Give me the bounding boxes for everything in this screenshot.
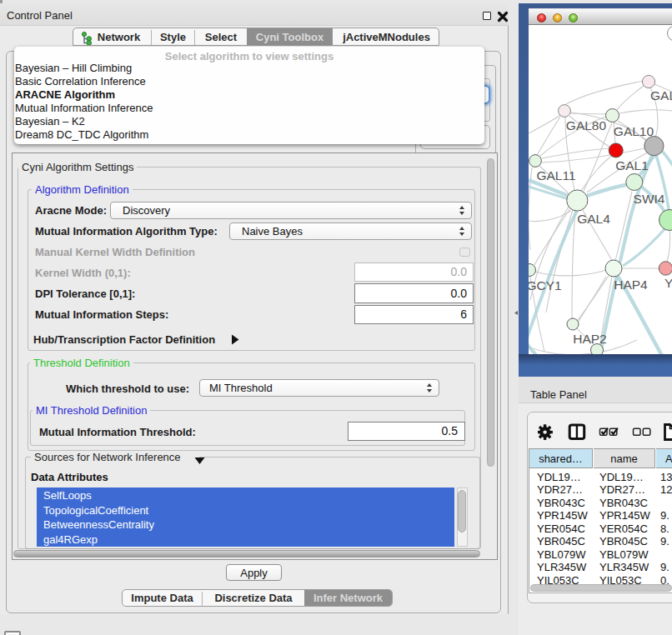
svg-text:GCY1: GCY1 (529, 278, 562, 292)
svg-text:YJL: YJL (664, 276, 672, 290)
svg-text:GAL1: GAL1 (615, 158, 649, 172)
svg-text:GAL10: GAL10 (614, 124, 654, 138)
svg-text:HAP4: HAP4 (614, 278, 648, 292)
svg-text:SWI4: SWI4 (634, 192, 665, 206)
svg-text:GAL80: GAL80 (566, 118, 607, 132)
svg-text:GAL4: GAL4 (577, 212, 610, 226)
svg-text:GAL2: GAL2 (650, 88, 672, 102)
svg-text:GAL11: GAL11 (536, 168, 575, 182)
svg-text:HAP2: HAP2 (573, 332, 607, 346)
